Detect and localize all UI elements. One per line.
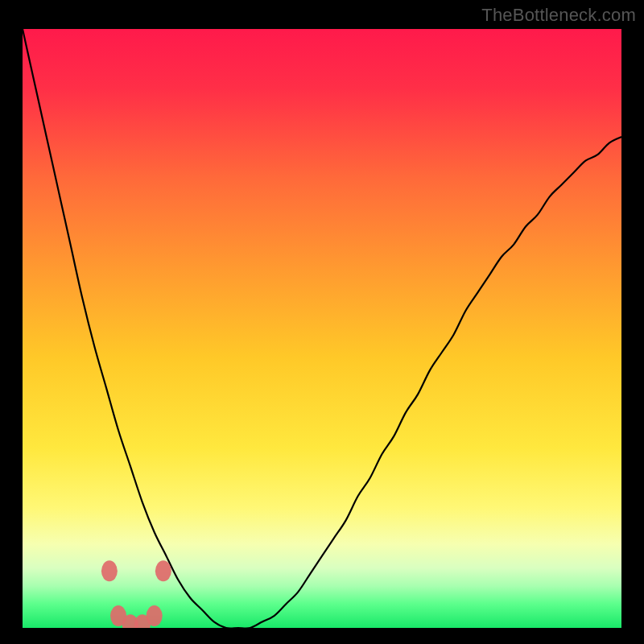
curve-marker bbox=[101, 560, 118, 581]
gradient-background bbox=[23, 29, 621, 628]
curve-marker bbox=[147, 605, 163, 626]
bottleneck-curve-chart bbox=[23, 29, 621, 628]
watermark-text: TheBottleneck.com bbox=[481, 5, 636, 26]
plot-area bbox=[23, 29, 621, 628]
chart-frame: TheBottleneck.com bbox=[0, 0, 644, 644]
curve-marker bbox=[155, 560, 171, 581]
